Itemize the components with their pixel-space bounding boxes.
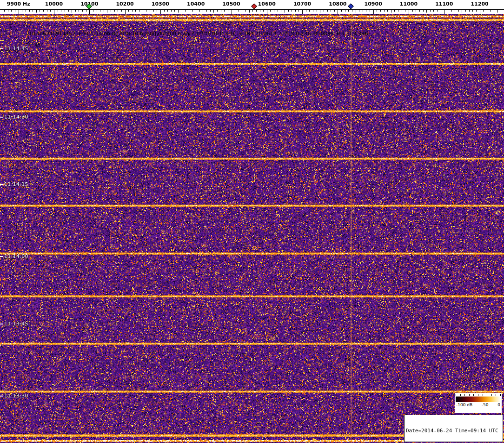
- freq-tick-label: 10000: [45, 1, 63, 7]
- colorbar-gradient: [456, 397, 501, 402]
- freq-tick-label: 11100: [435, 1, 453, 7]
- freq-tick-label: 10400: [187, 1, 205, 7]
- colorbar-ticks: [456, 394, 501, 396]
- spectrogram-window: 9900 Hz100001010010200103001040010500106…: [0, 0, 504, 443]
- time-tick: [0, 324, 3, 324]
- freq-tick-label: 9900 Hz: [7, 1, 30, 7]
- time-tick: [0, 48, 3, 49]
- freq-tick-label: 10300: [152, 1, 169, 7]
- time-label: 11:13:45: [0, 321, 28, 327]
- freq-tick-label: 10800: [329, 1, 346, 7]
- time-tick: [0, 256, 3, 257]
- time-text: 11:13:30: [4, 393, 28, 399]
- time-tick: [0, 396, 3, 397]
- time-label: 11:14:45: [0, 46, 28, 52]
- hit-annotation: 20140624091445216 hCnt14 nb-87 f10610 hi…: [27, 31, 368, 37]
- freq-tick-label: 10600: [258, 1, 276, 7]
- time-tick: [0, 117, 3, 118]
- time-text: 11:14:30: [4, 114, 28, 120]
- time-label: 11:14:00: [0, 253, 28, 259]
- freq-tick-label: 10500: [222, 1, 240, 7]
- time-text: 11:14:00: [4, 253, 28, 259]
- time-text: 11:13:45: [4, 321, 28, 327]
- freq-tick-label: 11000: [400, 1, 418, 7]
- time-label: 11:13:30: [0, 393, 28, 399]
- time-label: 11:14:30: [0, 114, 28, 120]
- time-text: 11:14:15: [4, 181, 28, 187]
- colorbar-label-mid: -50: [482, 403, 489, 407]
- time-tick: [0, 184, 3, 185]
- time-label: 11:14:15: [0, 181, 28, 187]
- frequency-ruler[interactable]: 9900 Hz100001010010200103001040010500106…: [0, 0, 504, 14]
- freq-tick-label: 10200: [116, 1, 133, 7]
- info-date-line: Date=2014-06-24 Time=09:14 UTC: [406, 428, 501, 434]
- colorbar-labels: -100 dB -50 0: [456, 402, 501, 407]
- waterfall-spectrogram[interactable]: [0, 0, 504, 443]
- time-offset-note: ^t+45: [25, 42, 40, 47]
- freq-tick-label: 10900: [365, 1, 382, 7]
- observation-info-box: Date=2014-06-24 Time=09:14 UTC Freq=143 …: [404, 415, 503, 442]
- freq-tick-label: 10700: [293, 1, 311, 7]
- freq-tick-label: 11200: [471, 1, 488, 7]
- colorbar-label-min: -100 dB: [456, 403, 472, 407]
- colorbar-label-max: 0: [497, 403, 500, 407]
- colorbar-panel: -100 dB -50 0: [455, 393, 502, 413]
